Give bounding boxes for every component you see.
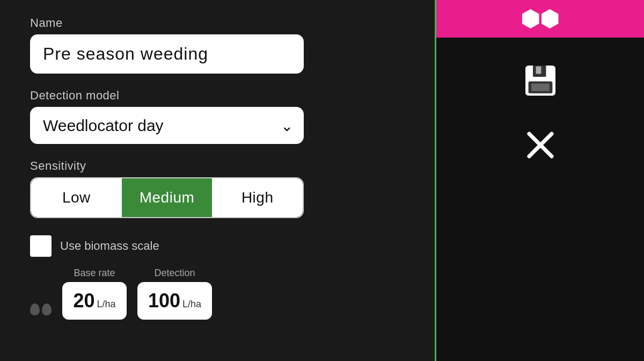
detection-rate-input[interactable]: 100 L/ha	[137, 282, 212, 320]
detection-select-wrapper: Weedlocator day Weedlocator night Custom…	[30, 107, 304, 144]
detection-model-label: Detection model	[30, 89, 405, 103]
detection-rate-unit: L/ha	[182, 299, 201, 310]
svg-rect-4	[531, 84, 550, 91]
detection-rate-value: 100	[148, 290, 180, 312]
sensitivity-section: Sensitivity Low Medium High	[30, 159, 405, 218]
detection-rate-label: Detection	[137, 268, 212, 279]
base-rate-label: Base rate	[62, 268, 127, 279]
save-button[interactable]	[519, 59, 562, 102]
droplets-icon	[30, 304, 52, 315]
biomass-section: Use biomass scale Base rate 20 L/ha Dete…	[30, 235, 405, 320]
biomass-checkbox[interactable]	[30, 235, 52, 257]
sensitivity-label: Sensitivity	[30, 159, 405, 173]
name-section: Name	[30, 16, 405, 74]
base-rate-field: Base rate 20 L/ha	[62, 268, 127, 320]
detection-model-select[interactable]: Weedlocator day Weedlocator night Custom	[30, 107, 304, 144]
sensitivity-button-group: Low Medium High	[30, 177, 304, 218]
hex-icon-1	[522, 9, 539, 28]
logo-hexagons	[522, 9, 559, 28]
name-label: Name	[30, 16, 405, 30]
logo-area	[436, 0, 644, 38]
left-panel: Name Detection model Weedlocator day Wee…	[0, 0, 435, 361]
right-panel	[435, 0, 644, 361]
base-rate-unit: L/ha	[97, 299, 116, 310]
hex-icon-2	[541, 9, 559, 28]
rate-row: Base rate 20 L/ha Detection 100 L/ha	[30, 268, 405, 320]
svg-rect-2	[536, 66, 541, 74]
biomass-label: Use biomass scale	[60, 239, 159, 253]
close-button[interactable]	[519, 124, 562, 167]
sensitivity-low-button[interactable]: Low	[31, 178, 122, 217]
detection-rate-field: Detection 100 L/ha	[137, 268, 212, 320]
sensitivity-medium-button[interactable]: Medium	[122, 178, 213, 217]
sensitivity-high-button[interactable]: High	[212, 178, 303, 217]
base-rate-value: 20	[73, 290, 94, 312]
name-input[interactable]	[30, 34, 304, 74]
detection-section: Detection model Weedlocator day Weedloca…	[30, 89, 405, 144]
base-rate-input[interactable]: 20 L/ha	[62, 282, 127, 320]
biomass-checkbox-row: Use biomass scale	[30, 235, 405, 257]
